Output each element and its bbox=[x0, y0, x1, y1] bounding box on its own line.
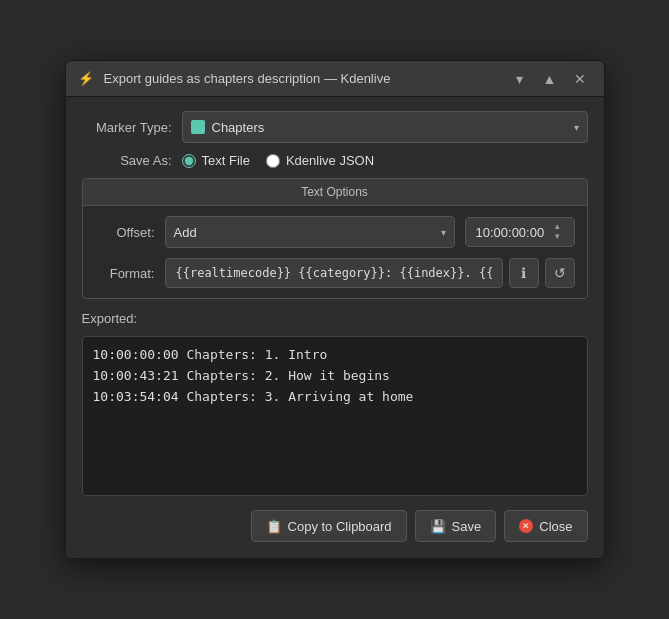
format-row: Format: ℹ ↺ bbox=[95, 258, 575, 288]
marker-type-value: Chapters bbox=[212, 120, 265, 135]
radio-text-file-label[interactable]: Text File bbox=[182, 153, 250, 168]
exported-label: Exported: bbox=[82, 311, 588, 326]
text-options-header: Text Options bbox=[83, 179, 587, 206]
copy-clipboard-label: Copy to Clipboard bbox=[288, 519, 392, 534]
close-button[interactable]: ✕ Close bbox=[504, 510, 587, 542]
radio-kdenlive-json-label[interactable]: Kdenlive JSON bbox=[266, 153, 374, 168]
time-value: 10:00:00:00 bbox=[476, 225, 545, 240]
offset-arrow: ▾ bbox=[441, 227, 446, 238]
offset-label: Offset: bbox=[95, 225, 155, 240]
marker-color-dot bbox=[191, 120, 205, 134]
save-as-label: Save As: bbox=[82, 153, 172, 168]
time-up-button[interactable]: ▲ bbox=[550, 222, 564, 232]
window-body: Marker Type: Chapters ▾ Save As: Text Fi… bbox=[66, 97, 604, 558]
save-as-row: Save As: Text File Kdenlive JSON bbox=[82, 153, 588, 168]
offset-row: Offset: Add ▾ 10:00:00:00 ▲ ▼ bbox=[95, 216, 575, 248]
reset-icon: ↺ bbox=[554, 265, 566, 281]
title-bar-left: ⚡ Export guides as chapters description … bbox=[76, 69, 391, 89]
save-as-radio-group: Text File Kdenlive JSON bbox=[182, 153, 375, 168]
close-window-button[interactable]: ✕ bbox=[566, 65, 594, 93]
time-control[interactable]: 10:00:00:00 ▲ ▼ bbox=[465, 217, 575, 247]
window-title: Export guides as chapters description — … bbox=[104, 71, 391, 86]
close-label: Close bbox=[539, 519, 572, 534]
marker-type-arrow: ▾ bbox=[574, 122, 579, 133]
format-label: Format: bbox=[95, 266, 155, 281]
offset-value: Add bbox=[174, 225, 197, 240]
format-reset-button[interactable]: ↺ bbox=[545, 258, 575, 288]
save-icon: 💾 bbox=[430, 519, 446, 534]
radio-kdenlive-json-text: Kdenlive JSON bbox=[286, 153, 374, 168]
marker-type-select-wrapper: Chapters ▾ bbox=[182, 111, 588, 143]
format-input[interactable] bbox=[165, 258, 503, 288]
marker-type-select[interactable]: Chapters ▾ bbox=[182, 111, 588, 143]
radio-text-file[interactable] bbox=[182, 154, 196, 168]
copy-icon: 📋 bbox=[266, 519, 282, 534]
format-info-button[interactable]: ℹ bbox=[509, 258, 539, 288]
offset-select[interactable]: Add ▾ bbox=[165, 216, 455, 248]
title-bar-controls: ▾ ▲ ✕ bbox=[506, 65, 594, 93]
button-row: 📋 Copy to Clipboard 💾 Save ✕ Close bbox=[82, 510, 588, 542]
marker-type-label: Marker Type: bbox=[82, 120, 172, 135]
minimize-button[interactable]: ▾ bbox=[506, 65, 534, 93]
close-circle-icon: ✕ bbox=[519, 519, 533, 533]
offset-select-wrapper: Add ▾ bbox=[165, 216, 455, 248]
radio-text-file-text: Text File bbox=[202, 153, 250, 168]
text-options-body: Offset: Add ▾ 10:00:00:00 ▲ ▼ bbox=[83, 206, 587, 298]
marker-type-row: Marker Type: Chapters ▾ bbox=[82, 111, 588, 143]
format-input-row: ℹ ↺ bbox=[165, 258, 575, 288]
exported-textarea[interactable]: 10:00:00:00 Chapters: 1. Intro 10:00:43:… bbox=[82, 336, 588, 496]
info-icon: ℹ bbox=[521, 265, 526, 281]
time-spinners: ▲ ▼ bbox=[550, 222, 564, 242]
text-options-box: Text Options Offset: Add ▾ 10:00:00:00 bbox=[82, 178, 588, 299]
title-bar: ⚡ Export guides as chapters description … bbox=[66, 61, 604, 97]
main-window: ⚡ Export guides as chapters description … bbox=[65, 60, 605, 559]
time-down-button[interactable]: ▼ bbox=[550, 232, 564, 242]
save-button[interactable]: 💾 Save bbox=[415, 510, 497, 542]
copy-clipboard-button[interactable]: 📋 Copy to Clipboard bbox=[251, 510, 407, 542]
restore-button[interactable]: ▲ bbox=[536, 65, 564, 93]
radio-kdenlive-json[interactable] bbox=[266, 154, 280, 168]
save-label: Save bbox=[452, 519, 482, 534]
app-icon: ⚡ bbox=[76, 69, 96, 89]
